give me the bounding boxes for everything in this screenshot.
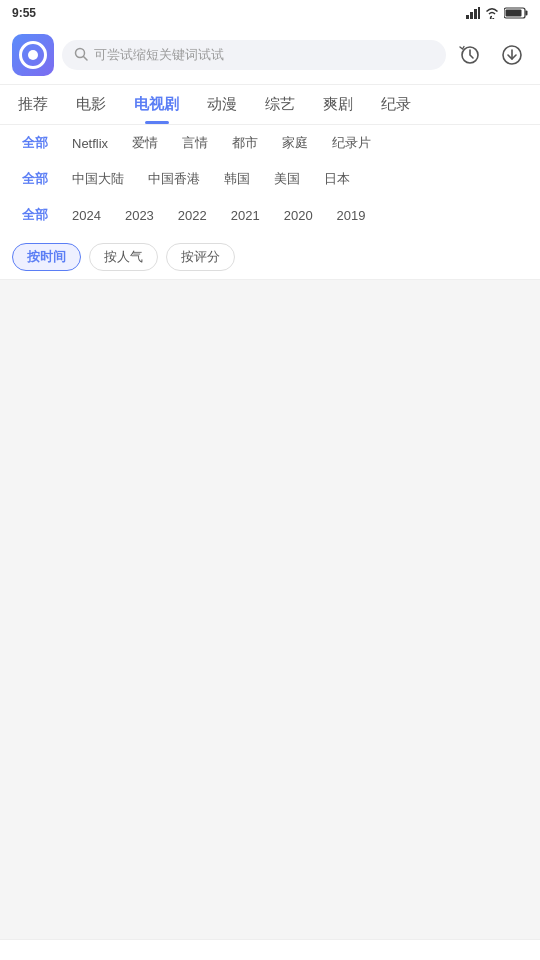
sort-btn-按评分[interactable]: 按评分 [166,243,235,271]
filter-tag-爱情[interactable]: 爱情 [120,130,170,156]
filter-tag-全部[interactable]: 全部 [10,166,60,192]
nav-tab-推荐[interactable]: 推荐 [4,85,62,124]
header-icons [454,39,528,71]
search-box[interactable]: 可尝试缩短关键词试试 [62,40,446,70]
svg-rect-6 [506,10,522,17]
filter-tag-2023[interactable]: 2023 [113,204,166,227]
filter-tag-2020[interactable]: 2020 [272,204,325,227]
filter-tag-全部[interactable]: 全部 [10,130,60,156]
status-bar: 9:55 [0,0,540,26]
filter-tag-都市[interactable]: 都市 [220,130,270,156]
logo-icon [19,41,47,69]
content-area [0,280,540,308]
search-placeholder: 可尝试缩短关键词试试 [94,46,224,64]
status-icons [466,7,528,19]
svg-rect-5 [526,11,528,16]
filter-tag-2021[interactable]: 2021 [219,204,272,227]
filter-tag-2022[interactable]: 2022 [166,204,219,227]
bottom-nav [0,939,540,960]
svg-line-8 [84,56,88,60]
time-display: 9:55 [12,6,36,20]
nav-tab-纪录[interactable]: 纪录 [367,85,425,124]
history-button[interactable] [454,39,486,71]
filter-section: 全部Netflix爱情言情都市家庭纪录片全部中国大陆中国香港韩国美国日本全部20… [0,125,540,237]
filter-row-2: 全部202420232022202120202019 [0,197,540,233]
app-logo[interactable] [12,34,54,76]
status-time: 9:55 [12,6,36,20]
filter-tag-中国大陆[interactable]: 中国大陆 [60,166,136,192]
nav-tabs: 推荐电影电视剧动漫综艺爽剧纪录 [0,85,540,125]
filter-tag-Netflix[interactable]: Netflix [60,132,120,155]
filter-tag-美国[interactable]: 美国 [262,166,312,192]
svg-rect-2 [474,9,477,19]
filter-tag-全部[interactable]: 全部 [10,202,60,228]
search-icon [74,47,88,64]
download-button[interactable] [496,39,528,71]
header: 可尝试缩短关键词试试 [0,26,540,85]
sort-btn-按人气[interactable]: 按人气 [89,243,158,271]
wifi-icon [484,7,500,19]
filter-tag-2024[interactable]: 2024 [60,204,113,227]
nav-tab-电影[interactable]: 电影 [62,85,120,124]
battery-icon [504,7,528,19]
filter-row-0: 全部Netflix爱情言情都市家庭纪录片 [0,125,540,161]
signal-icon [466,7,480,19]
sort-btn-按时间[interactable]: 按时间 [12,243,81,271]
nav-tab-动漫[interactable]: 动漫 [193,85,251,124]
filter-tag-中国香港[interactable]: 中国香港 [136,166,212,192]
nav-tab-电视剧[interactable]: 电视剧 [120,85,193,124]
filter-tag-家庭[interactable]: 家庭 [270,130,320,156]
svg-rect-3 [478,7,480,19]
filter-tag-言情[interactable]: 言情 [170,130,220,156]
filter-tag-韩国[interactable]: 韩国 [212,166,262,192]
svg-rect-1 [470,12,473,19]
svg-rect-0 [466,15,469,19]
nav-tab-综艺[interactable]: 综艺 [251,85,309,124]
filter-tag-2019[interactable]: 2019 [325,204,378,227]
sort-row: 按时间按人气按评分 [0,237,540,280]
filter-row-1: 全部中国大陆中国香港韩国美国日本 [0,161,540,197]
nav-tab-爽剧[interactable]: 爽剧 [309,85,367,124]
filter-tag-日本[interactable]: 日本 [312,166,362,192]
filter-tag-纪录片[interactable]: 纪录片 [320,130,383,156]
